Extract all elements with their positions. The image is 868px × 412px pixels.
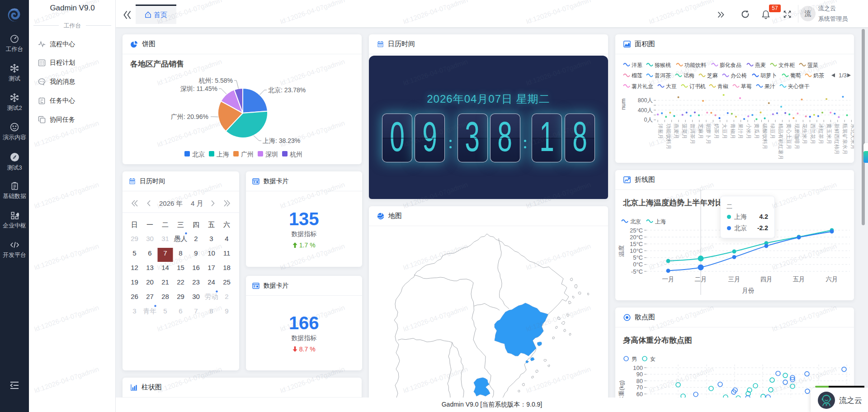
svg-text:夹心饼干: 夹心饼干 xyxy=(788,83,810,90)
svg-text:4: 4 xyxy=(225,235,228,242)
svg-text:功能饮料月: 功能饮料月 xyxy=(666,123,671,150)
svg-text:17: 17 xyxy=(208,264,215,271)
svg-text:黄瓜月: 黄瓜月 xyxy=(754,123,760,139)
svg-text:黄心土豆月: 黄心土豆月 xyxy=(786,123,792,150)
svg-text:6: 6 xyxy=(179,307,182,315)
svg-text:上海: 38.23%: 上海: 38.23% xyxy=(263,137,300,144)
svg-text:5°C: 5°C xyxy=(633,254,643,261)
svg-text:普洱茶月: 普洱茶月 xyxy=(690,123,695,144)
svg-text:花生米月: 花生米月 xyxy=(802,123,807,144)
svg-text:话梅: 话梅 xyxy=(684,72,694,79)
svg-text:29: 29 xyxy=(177,293,184,300)
svg-text:27: 27 xyxy=(146,293,154,300)
svg-text:上海: 上海 xyxy=(217,151,229,158)
svg-text:膨化食品: 膨化食品 xyxy=(720,62,741,68)
svg-text:21: 21 xyxy=(161,278,169,286)
svg-text:10°C: 10°C xyxy=(630,247,643,254)
svg-text:五月: 五月 xyxy=(793,276,805,283)
svg-text:青椒月: 青椒月 xyxy=(730,123,736,139)
svg-text:北京: 23.78%: 北京: 23.78% xyxy=(268,86,306,94)
svg-text:六: 六 xyxy=(223,221,230,228)
svg-text:日: 日 xyxy=(131,221,138,228)
svg-text:一: 一 xyxy=(146,221,153,228)
svg-text:上海: 上海 xyxy=(655,218,666,225)
svg-text:16: 16 xyxy=(192,264,200,271)
svg-text:2026 年: 2026 年 xyxy=(159,199,183,207)
svg-text:劳动: 劳动 xyxy=(205,293,218,300)
svg-text:西兰花月: 西兰花月 xyxy=(810,123,816,144)
svg-text:订书机: 订书机 xyxy=(689,83,706,90)
svg-text:愚人: 愚人 xyxy=(174,235,188,242)
svg-text:洋葱月: 洋葱月 xyxy=(658,123,663,139)
svg-text:一月: 一月 xyxy=(662,276,675,283)
svg-text:新鲜西红柿月: 新鲜西红柿月 xyxy=(834,123,840,155)
svg-text:18: 18 xyxy=(223,264,231,271)
svg-text:胡萝卜月: 胡萝卜月 xyxy=(706,123,711,144)
svg-text:男: 男 xyxy=(632,356,637,362)
svg-text:芝麻月: 芝麻月 xyxy=(698,123,703,139)
svg-text:13: 13 xyxy=(146,264,154,271)
svg-text:num: num xyxy=(620,99,627,110)
svg-text:80: 80 xyxy=(637,378,643,384)
svg-text:19: 19 xyxy=(131,278,138,286)
svg-text:芝麻: 芝麻 xyxy=(707,72,718,79)
svg-text:果汁月: 果汁月 xyxy=(738,123,743,139)
svg-text:3: 3 xyxy=(132,307,136,315)
svg-text:四月: 四月 xyxy=(760,276,773,283)
svg-text:31: 31 xyxy=(161,235,169,242)
svg-text:北京上海温度趋势上半年对比: 北京上海温度趋势上半年对比 xyxy=(623,198,723,207)
svg-text:12: 12 xyxy=(131,264,138,271)
svg-text:青年: 青年 xyxy=(143,307,157,315)
svg-text:28: 28 xyxy=(161,293,169,300)
svg-text:洋葱: 洋葱 xyxy=(632,62,642,68)
svg-text:20°C: 20°C xyxy=(630,234,643,241)
svg-text:10: 10 xyxy=(208,249,215,257)
svg-text:400人: 400人 xyxy=(638,107,653,114)
svg-text:24: 24 xyxy=(208,278,215,286)
svg-text:60: 60 xyxy=(637,391,643,398)
svg-text:0人: 0人 xyxy=(644,117,653,123)
svg-text:小米月: 小米月 xyxy=(746,123,751,139)
svg-text:冰红茶月: 冰红茶月 xyxy=(818,123,824,144)
svg-text:东北大米月: 东北大米月 xyxy=(850,123,854,150)
svg-text:22: 22 xyxy=(177,278,184,286)
svg-text:3: 3 xyxy=(209,235,213,242)
svg-text:25: 25 xyxy=(223,278,231,286)
svg-text:体重(kg): 体重(kg) xyxy=(618,380,625,398)
svg-text:25°C: 25°C xyxy=(630,227,643,234)
svg-text:广州: 广州 xyxy=(241,151,254,158)
svg-text:20: 20 xyxy=(146,278,154,286)
svg-text:0°C: 0°C xyxy=(633,261,643,268)
svg-text:榴莲: 榴莲 xyxy=(632,72,642,79)
svg-text:2: 2 xyxy=(225,293,228,300)
svg-text:26: 26 xyxy=(131,293,138,300)
svg-text:100: 100 xyxy=(633,365,643,371)
svg-text:三月: 三月 xyxy=(728,276,741,283)
svg-text:果汁: 果汁 xyxy=(764,83,775,90)
svg-text:7: 7 xyxy=(194,307,198,315)
svg-text:菠菜月: 菠菜月 xyxy=(682,123,687,139)
svg-text:深圳: 11.45%: 深圳: 11.45% xyxy=(180,85,217,92)
svg-text:29: 29 xyxy=(131,235,138,242)
svg-text:葡萄: 葡萄 xyxy=(790,72,801,79)
svg-text:北京: 北京 xyxy=(630,218,641,225)
svg-text:黄玉米月: 黄玉米月 xyxy=(826,123,832,144)
svg-text:8: 8 xyxy=(179,249,182,257)
svg-text:5: 5 xyxy=(163,307,167,315)
svg-text:现磨咖啡月: 现磨咖啡月 xyxy=(794,123,800,150)
svg-text:二月: 二月 xyxy=(695,276,707,283)
svg-text:五: 五 xyxy=(208,221,215,228)
svg-text:800人: 800人 xyxy=(638,97,653,104)
svg-text:燕麦月: 燕麦月 xyxy=(674,123,679,139)
svg-text:7: 7 xyxy=(163,249,167,257)
svg-text:70: 70 xyxy=(637,384,643,391)
svg-text:草莓: 草莓 xyxy=(741,83,752,90)
svg-text:14: 14 xyxy=(161,264,169,271)
svg-text:11: 11 xyxy=(223,249,231,257)
svg-text:大豆月: 大豆月 xyxy=(722,123,727,139)
svg-text:杭州: 5.58%: 杭州: 5.58% xyxy=(199,77,233,84)
svg-text:功能饮料: 功能饮料 xyxy=(684,62,706,68)
svg-text:30: 30 xyxy=(192,293,200,300)
svg-text:薯片礼盒: 薯片礼盒 xyxy=(632,83,653,90)
svg-text:2: 2 xyxy=(194,235,198,242)
